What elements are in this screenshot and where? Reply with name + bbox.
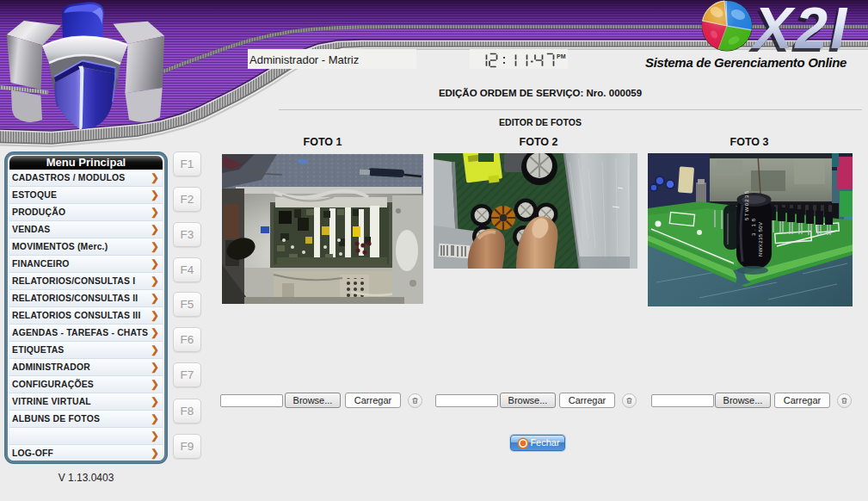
svg-text:NWX235 50V: NWX235 50V xyxy=(758,222,763,257)
svg-text:3.18: 3.18 xyxy=(751,218,756,236)
svg-text:X2I: X2I xyxy=(750,0,849,60)
svg-text:PM: PM xyxy=(557,53,566,59)
